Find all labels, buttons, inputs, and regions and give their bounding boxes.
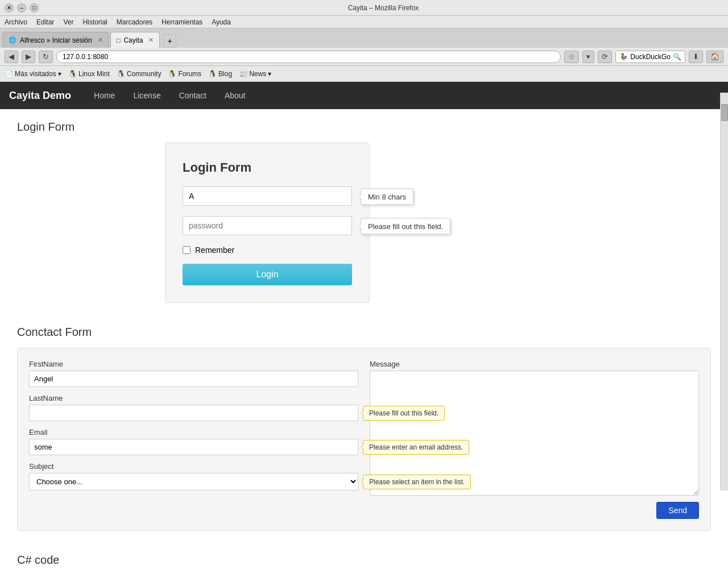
tab-cayita[interactable]: □ Cayita ✕: [110, 32, 160, 48]
remember-checkbox[interactable]: [183, 246, 191, 254]
login-button[interactable]: Login: [183, 264, 352, 285]
bookmark-blog[interactable]: 🐧 Blog: [208, 70, 232, 78]
bookmarks-bar: 📄 Más visitados ▾ 🐧 Linux Mint 🐧 Communi…: [0, 66, 728, 82]
username-input[interactable]: [183, 186, 352, 206]
password-row: Please fill out this field.: [183, 216, 352, 236]
tab-favicon-1: 🌐: [9, 36, 16, 44]
login-form-title: Login Form: [183, 160, 352, 175]
contact-section-title: Conctact Form: [17, 326, 711, 339]
send-button-row: Send: [29, 497, 699, 519]
duckduckgo-icon: 🦆: [619, 53, 628, 61]
bookmark-icon-6: 📰: [239, 70, 247, 78]
url-input[interactable]: 127.0.0.1:8080: [56, 51, 561, 63]
subject-select[interactable]: Choose one...: [29, 473, 358, 490]
bookmark-icon-3: 🐧: [117, 70, 125, 78]
download-button[interactable]: ⬇: [689, 51, 703, 63]
menu-ver[interactable]: Ver: [63, 18, 73, 26]
firstname-field: FirstName: [29, 360, 358, 394]
site-navbar: Cayita Demo Home License Contact About: [0, 82, 728, 109]
contact-grid: FirstName LastName Please fill out this …: [29, 360, 699, 497]
code-section-title: C# code: [17, 554, 711, 567]
menu-editar[interactable]: Editar: [36, 18, 54, 26]
bookmark-icon-4: 🐧: [168, 70, 176, 78]
bookmark-label-1: Más visitados ▾: [15, 70, 61, 78]
nav-about[interactable]: About: [216, 83, 255, 108]
lastname-input[interactable]: [29, 405, 358, 421]
bookmark-community[interactable]: 🐧 Community: [117, 70, 162, 78]
contact-section: Conctact Form FirstName LastName: [17, 326, 711, 531]
bookmark-label-2: Linux Mint: [78, 70, 110, 78]
bookmark-icon-2: 🐧: [68, 70, 77, 78]
url-text: 127.0.0.1:8080: [63, 53, 108, 61]
menu-marcadores[interactable]: Marcadores: [117, 18, 152, 26]
bookmark-icon-1: 📄: [5, 70, 13, 78]
firstname-input[interactable]: [29, 371, 358, 387]
bookmark-label-5: Blog: [218, 70, 232, 78]
bookmark-star[interactable]: ☆: [564, 51, 579, 63]
bookmark-linux-mint[interactable]: 🐧 Linux Mint: [68, 70, 110, 78]
menu-historial[interactable]: Historial: [82, 18, 107, 26]
scroll-thumb[interactable]: [721, 104, 728, 121]
tab-close-2[interactable]: ✕: [148, 36, 154, 44]
subject-field: Subject Choose one... Please select an i…: [29, 462, 358, 490]
window-controls[interactable]: ✕ – □: [5, 3, 39, 13]
home-nav-button[interactable]: 🏠: [706, 51, 723, 63]
tab-bar: 🌐 Alfresco » Iniciar sesión ✕ □ Cayita ✕…: [0, 28, 728, 48]
search-bar[interactable]: 🦆 DuckDuckGo 🔍: [615, 51, 685, 63]
login-section: Login Form Login Form Min 8 chars Please…: [17, 120, 711, 303]
email-tooltip: Please enter an email address.: [363, 440, 469, 455]
login-section-title: Login Form: [17, 120, 711, 134]
page-content: Login Form Login Form Min 8 chars Please…: [0, 109, 728, 582]
remember-label: Remember: [195, 246, 234, 255]
menu-herramientas[interactable]: Herramientas: [162, 18, 202, 26]
menu-bar: Archivo Editar Ver Historial Marcadores …: [0, 16, 728, 28]
tab-alfresco[interactable]: 🌐 Alfresco » Iniciar sesión ✕: [2, 32, 109, 48]
username-tooltip: Min 8 chars: [361, 189, 413, 205]
nav-home[interactable]: Home: [85, 83, 124, 108]
close-btn[interactable]: ✕: [5, 3, 14, 13]
email-input[interactable]: [29, 439, 358, 455]
bookmark-label-4: Forums: [178, 70, 201, 78]
code-section: C# code: [17, 554, 711, 567]
search-icon: 🔍: [673, 53, 681, 61]
lastname-label: LastName: [29, 394, 358, 402]
tab-label-2: Cayita: [123, 36, 143, 44]
username-row: Min 8 chars: [183, 186, 352, 207]
message-label: Message: [370, 360, 699, 368]
minimize-btn[interactable]: –: [17, 3, 26, 13]
menu-ayuda[interactable]: Ayuda: [212, 18, 231, 26]
scrollbar[interactable]: [720, 93, 728, 490]
new-tab-button[interactable]: +: [163, 34, 176, 48]
contact-left: FirstName LastName Please fill out this …: [29, 360, 358, 497]
nav-license[interactable]: License: [124, 83, 169, 108]
window-title: Cayita – Mozilla Firefox: [43, 4, 723, 12]
back-button[interactable]: ◀: [5, 51, 18, 63]
refresh-button[interactable]: ↻: [39, 51, 53, 63]
home-button[interactable]: ⟳: [598, 51, 612, 63]
lastname-tooltip: Please fill out this field.: [363, 406, 445, 421]
address-bar: ◀ ▶ ↻ 127.0.0.1:8080 ☆ ▾ ⟳ 🦆 DuckDuckGo …: [0, 48, 728, 66]
bookmark-label-3: Community: [127, 70, 162, 78]
forward-button[interactable]: ▶: [22, 51, 35, 63]
bookmark-manage[interactable]: ▾: [582, 51, 594, 63]
subject-tooltip: Please select an item in the list.: [363, 475, 471, 489]
password-input[interactable]: [183, 216, 352, 235]
tab-close-1[interactable]: ✕: [98, 36, 103, 44]
bookmark-mas-visitados[interactable]: 📄 Más visitados ▾: [5, 70, 61, 78]
email-label: Email: [29, 428, 358, 436]
nav-contact[interactable]: Contact: [170, 83, 216, 108]
bookmark-label-6: News ▾: [249, 70, 271, 78]
bookmark-icon-5: 🐧: [208, 70, 217, 78]
send-button[interactable]: Send: [656, 502, 699, 519]
site-nav-links: Home License Contact About: [85, 83, 254, 108]
tab-favicon-2: □: [117, 37, 121, 44]
bookmark-news[interactable]: 📰 News ▾: [239, 70, 271, 78]
menu-archivo[interactable]: Archivo: [5, 18, 27, 26]
site-logo: Cayita Demo: [9, 90, 71, 102]
title-bar: ✕ – □ Cayita – Mozilla Firefox: [0, 0, 728, 16]
maximize-btn[interactable]: □: [30, 3, 39, 13]
bookmark-forums[interactable]: 🐧 Forums: [168, 70, 201, 78]
browser-window: ✕ – □ Cayita – Mozilla Firefox Archivo E…: [0, 0, 728, 582]
subject-label: Subject: [29, 462, 358, 471]
tab-label-1: Alfresco » Iniciar sesión: [20, 36, 92, 44]
